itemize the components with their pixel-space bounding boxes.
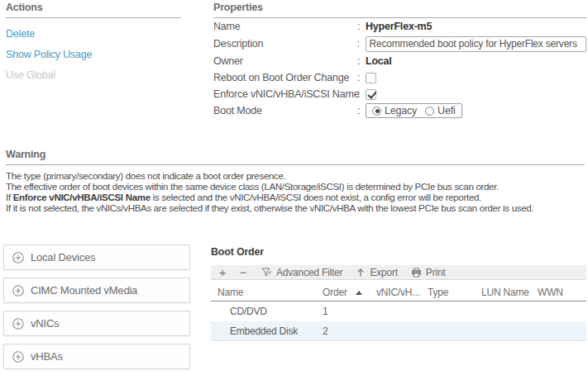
use-global-link: Use Global — [6, 69, 181, 80]
vnics-label: vNICs — [31, 317, 59, 330]
warning-line-4: If it is not selected, the vNICs/vHBAs a… — [6, 203, 585, 214]
remove-row-button[interactable]: − — [238, 267, 248, 278]
vnics-expander[interactable]: vNICs — [3, 311, 190, 336]
local-devices-label: Local Devices — [31, 251, 95, 263]
radio-unselected-icon — [425, 107, 434, 116]
row-order: 1 — [323, 306, 356, 317]
row-name: Embedded Disk — [211, 325, 323, 337]
name-row: Name : HyperFlex-m5 — [213, 18, 586, 35]
print-button[interactable]: Print — [411, 267, 446, 278]
reboot-label: Reboot on Boot Order Change — [213, 72, 357, 83]
cimc-mounted-vmedia-label: CIMC Mounted vMedia — [31, 284, 137, 297]
row-name: CD/DVD — [211, 306, 323, 317]
add-row-button[interactable]: + — [218, 267, 227, 278]
boot-order-toolbar: + − Advanced Filter Export Print — [211, 265, 586, 280]
boot-mode-radio-group: Legacy Uefi — [366, 103, 462, 118]
plus-circle-icon — [12, 285, 24, 297]
vhbas-expander[interactable]: vHBAs — [3, 344, 190, 369]
enforce-name-row: Enforce vNIC/vHBA/iSCSI Name : — [213, 86, 586, 102]
owner-label: Owner — [213, 55, 357, 67]
uefi-label: Uefi — [437, 105, 455, 116]
boot-mode-label: Boot Mode — [213, 105, 357, 116]
export-button[interactable]: Export — [356, 267, 397, 278]
colon: : — [357, 55, 366, 67]
description-label: Description — [213, 38, 357, 50]
advanced-filter-button[interactable]: Advanced Filter — [261, 267, 342, 278]
colon: : — [357, 38, 366, 50]
properties-section: Properties Name : HyperFlex-m5 Descripti… — [213, 2, 586, 119]
warning-divider — [6, 164, 585, 165]
owner-value: Local — [366, 55, 392, 67]
table-row-cd-dvd[interactable]: CD/DVD 1 — [211, 301, 586, 321]
boot-mode-uefi-option[interactable]: Uefi — [425, 105, 455, 116]
actions-section: Actions Delete Show Policy Usage Use Glo… — [6, 2, 181, 80]
advanced-filter-label: Advanced Filter — [276, 267, 342, 278]
legacy-label: Legacy — [385, 105, 417, 116]
print-icon — [411, 268, 422, 278]
row-order: 2 — [323, 325, 356, 337]
actions-title: Actions — [6, 2, 181, 13]
column-header-wwn[interactable]: WWN — [538, 287, 586, 298]
colon: : — [357, 72, 366, 83]
local-devices-expander[interactable]: Local Devices — [3, 244, 190, 270]
plus-circle-icon — [12, 318, 24, 330]
owner-row: Owner : Local — [213, 53, 586, 69]
description-row: Description : — [213, 35, 586, 53]
boot-mode-legacy-option[interactable]: Legacy — [372, 105, 417, 116]
boot-policy-page: Actions Delete Show Policy Usage Use Glo… — [0, 0, 588, 375]
name-value: HyperFlex-m5 — [366, 21, 432, 32]
boot-order-section: Boot Order + − Advanced Filter Export Pr… — [211, 246, 586, 341]
warning-line-3: If Enforce vNIC/vHBA/iSCSI Name is selec… — [6, 192, 585, 203]
boot-order-table-header: Name Order vNIC/vH... Type LUN Name WWN — [211, 288, 586, 301]
radio-selected-icon — [372, 107, 381, 116]
properties-title: Properties — [213, 2, 586, 13]
print-label: Print — [426, 267, 446, 278]
sort-ascending-indicator — [356, 291, 376, 295]
reboot-checkbox[interactable] — [366, 73, 376, 83]
warning-line-1: The type (primary/secondary) does not in… — [6, 171, 585, 182]
warning-section: Warning The type (primary/secondary) doe… — [6, 149, 585, 214]
warning-title: Warning — [6, 149, 585, 160]
column-header-order[interactable]: Order — [323, 287, 356, 298]
filter-icon — [261, 268, 272, 278]
triangle-up-icon — [356, 291, 362, 295]
column-header-vnic[interactable]: vNIC/vH... — [376, 287, 428, 298]
name-label: Name — [213, 21, 357, 32]
device-panels: Local Devices CIMC Mounted vMedia vNICs … — [3, 244, 190, 375]
actions-divider — [6, 17, 181, 18]
colon: : — [357, 88, 366, 100]
plus-circle-icon — [12, 252, 24, 263]
cimc-mounted-vmedia-expander[interactable]: CIMC Mounted vMedia — [3, 278, 190, 303]
colon: : — [357, 21, 366, 32]
colon: : — [357, 105, 366, 116]
column-header-type[interactable]: Type — [428, 287, 481, 298]
export-label: Export — [370, 267, 397, 278]
description-input[interactable] — [366, 36, 586, 52]
warning-line-2: The effective order of boot devices with… — [6, 182, 585, 192]
enforce-label: Enforce vNIC/vHBA/iSCSI Name — [213, 88, 357, 100]
delete-link[interactable]: Delete — [6, 28, 181, 39]
vhbas-label: vHBAs — [31, 350, 63, 363]
show-policy-usage-link[interactable]: Show Policy Usage — [6, 49, 181, 59]
boot-order-title: Boot Order — [211, 246, 586, 258]
enforce-checkbox[interactable] — [366, 89, 376, 100]
export-icon — [356, 268, 366, 278]
column-header-lun-name[interactable]: LUN Name — [481, 287, 538, 298]
plus-circle-icon — [12, 351, 24, 363]
reboot-on-boot-order-change-row: Reboot on Boot Order Change : — [213, 69, 586, 86]
table-row-embedded-disk[interactable]: Embedded Disk 2 — [211, 321, 586, 341]
column-header-name[interactable]: Name — [211, 287, 323, 298]
boot-mode-row: Boot Mode : Legacy Uefi — [213, 102, 586, 119]
